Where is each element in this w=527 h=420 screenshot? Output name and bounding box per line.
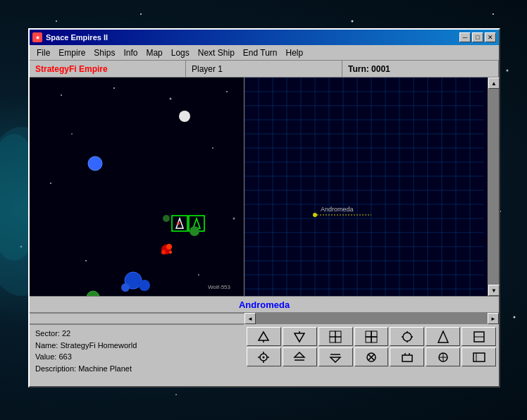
main-content-area: Wolf-553 [30,78,499,296]
svg-point-93 [313,213,317,217]
svg-rect-104 [371,331,377,337]
action-btn-3[interactable] [318,327,353,346]
maximize-button[interactable]: □ [472,32,483,42]
map-name-label: Andromeda [239,299,290,310]
svg-point-32 [226,91,228,92]
planet-name-info: Name: StrategyFi Homeworld [35,340,238,352]
action-btn-2[interactable] [283,327,317,346]
svg-point-11 [514,316,516,319]
menu-logs[interactable]: Logs [167,47,194,59]
svg-rect-136 [473,353,485,362]
svg-rect-103 [366,331,371,337]
menu-bar: File Empire Ships Info Map Logs Next Shi… [30,45,499,61]
svg-point-44 [177,222,180,225]
scroll-down-arrow[interactable]: ▼ [488,285,499,296]
empire-name: StrategyFi Empire [30,61,186,77]
svg-rect-99 [330,331,335,337]
svg-point-118 [263,356,265,358]
svg-rect-101 [330,337,335,342]
svg-point-39 [179,111,190,122]
menu-map[interactable]: Map [142,47,166,59]
map-panel[interactable]: Wolf-553 [30,78,244,296]
svg-rect-102 [335,337,341,342]
svg-rect-130 [402,355,412,362]
action-btn-14[interactable] [461,347,496,366]
scroll-right-arrow[interactable]: ► [488,313,499,324]
svg-point-36 [233,218,235,220]
svg-marker-97 [294,333,304,342]
main-window: ★ Space Empires II ─ □ ✕ File Empire Shi… [28,28,500,388]
horizontal-scrollbar[interactable]: ◄ ► [244,314,499,323]
action-btn-9[interactable] [283,347,317,366]
action-btn-12[interactable] [390,347,424,366]
svg-marker-123 [294,352,304,357]
sector-info: Sector: 22 [35,328,238,340]
svg-point-4 [352,20,354,23]
svg-marker-114 [438,331,448,342]
svg-rect-100 [335,331,341,337]
map-name-bar: Andromeda [30,296,499,313]
svg-point-34 [212,147,213,149]
svg-point-58 [163,215,170,222]
svg-point-7 [507,70,509,72]
menu-info[interactable]: Info [119,47,142,59]
svg-point-2 [140,13,142,15]
svg-point-48 [166,244,172,249]
svg-point-29 [61,94,62,96]
tactical-panel[interactable]: Andromeda [244,78,499,296]
action-btn-11[interactable] [354,347,389,366]
close-button[interactable]: ✕ [485,32,496,42]
tactical-grid-svg: Andromeda [244,78,499,296]
menu-help[interactable]: Help [282,47,308,59]
svg-point-50 [169,251,172,254]
action-btn-10[interactable] [318,347,353,366]
svg-point-15 [175,394,177,395]
tactical-with-scrollbar: Andromeda ▲ ▼ [244,78,499,296]
action-btn-6[interactable] [426,327,460,346]
scroll-left-arrow[interactable]: ◄ [244,313,256,324]
scroll-up-arrow[interactable]: ▲ [488,78,499,89]
planet-description-info: Description: Machine Planet [35,363,238,375]
svg-point-6 [492,13,494,15]
menu-file[interactable]: File [32,47,54,59]
window-controls: ─ □ ✕ [459,32,496,42]
vertical-scrollbar[interactable]: ▲ ▼ [488,78,499,296]
scrollbar-spacer [30,314,244,323]
svg-point-49 [161,250,166,254]
action-btn-7[interactable] [461,327,496,346]
svg-point-37 [85,260,87,261]
svg-rect-59 [244,78,499,296]
menu-end-turn[interactable]: End Turn [239,47,282,59]
svg-rect-105 [366,337,371,342]
window-title: Space Empires II [46,33,459,42]
svg-marker-95 [259,332,268,340]
menu-ships[interactable]: Ships [89,47,119,59]
action-btn-5[interactable] [390,327,424,346]
menu-empire[interactable]: Empire [54,47,89,59]
svg-point-57 [190,226,199,236]
minimize-button[interactable]: ─ [459,32,471,42]
status-bar: StrategyFi Empire Player 1 Turn: 0001 [30,61,499,78]
action-btn-4[interactable] [354,327,389,346]
action-btn-1[interactable] [247,327,281,346]
action-btn-8[interactable] [247,347,281,366]
action-btn-13[interactable] [426,347,460,366]
svg-point-30 [113,87,115,89]
sector-label: Wolf-553 [208,284,230,290]
scroll-track-horizontal[interactable] [256,314,488,323]
svg-rect-28 [30,78,244,296]
scroll-track-vertical[interactable] [488,89,499,285]
map-svg: Wolf-553 [30,78,244,296]
svg-point-109 [403,333,411,341]
svg-marker-125 [330,357,340,362]
menu-next-ship[interactable]: Next Ship [194,47,239,59]
svg-point-31 [170,98,172,100]
info-panel: Sector: 22 Name: StrategyFi Homeworld Va… [30,324,244,369]
action-buttons-panel [244,324,499,369]
svg-rect-106 [371,337,377,342]
horizontal-scrollbar-area: ◄ ► [30,313,499,324]
svg-point-38 [198,274,199,276]
player-name: Player 1 [186,61,342,77]
tactical-ship-label: Andromeda [321,206,354,213]
turn-counter: Turn: 0001 [342,61,499,77]
